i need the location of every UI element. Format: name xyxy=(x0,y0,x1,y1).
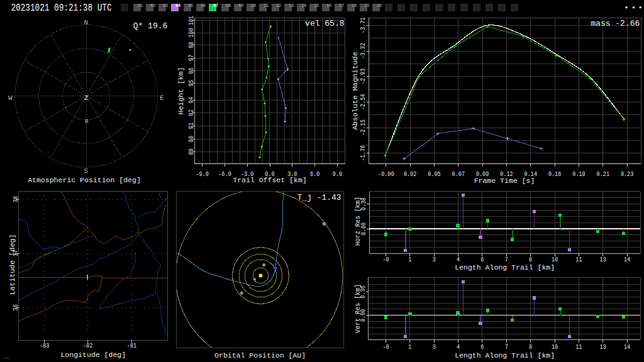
svg-text:Horz Res [km]: Horz Res [km] xyxy=(354,197,362,246)
svg-text:S: S xyxy=(84,167,88,175)
svg-text:Height [km]: Height [km] xyxy=(177,67,185,115)
svg-text:92: 92 xyxy=(187,109,195,116)
svg-text:18: 18 xyxy=(352,3,357,8)
svg-text:Longitude [deg]: Longitude [deg] xyxy=(60,351,126,359)
svg-text:6: 6 xyxy=(480,256,484,263)
svg-text:11: 11 xyxy=(575,256,582,263)
svg-text:mass -2.66: mass -2.66 xyxy=(591,19,640,28)
svg-text:vel 65.8: vel 65.8 xyxy=(305,19,344,28)
svg-text:14: 14 xyxy=(624,343,630,351)
svg-text:96: 96 xyxy=(187,68,195,74)
svg-text:38: 38 xyxy=(12,196,19,202)
svg-text:Latitude [deg]: Latitude [deg] xyxy=(8,234,16,295)
svg-text:Atmospheric Position [deg]: Atmospheric Position [deg] xyxy=(28,176,141,184)
svg-text:08: 08 xyxy=(226,3,231,8)
svg-text:Orbital Position [AU]: Orbital Position [AU] xyxy=(214,351,306,359)
svg-text:-1.76: -1.76 xyxy=(359,145,367,162)
svg-text:-83: -83 xyxy=(40,342,49,349)
svg-text:-2.54: -2.54 xyxy=(359,94,367,111)
svg-text:-3.32: -3.32 xyxy=(359,43,367,59)
svg-text:90: 90 xyxy=(187,136,195,142)
svg-text:T_j -1.43: T_j -1.43 xyxy=(297,193,341,202)
svg-text:95: 95 xyxy=(187,80,195,86)
svg-text:-6.0: -6.0 xyxy=(218,170,231,178)
svg-text:0.07: 0.07 xyxy=(452,170,465,178)
svg-text:10: 10 xyxy=(251,3,257,8)
svg-text:89: 89 xyxy=(187,148,195,155)
svg-text:-0.00: -0.00 xyxy=(378,170,394,178)
svg-text:Absolute Magnitude: Absolute Magnitude xyxy=(351,52,359,129)
svg-text:97: 97 xyxy=(187,55,195,61)
svg-text:07: 07 xyxy=(213,3,218,8)
svg-text:6.0: 6.0 xyxy=(310,170,319,178)
svg-text:04: 04 xyxy=(175,3,181,8)
svg-text:0.02: 0.02 xyxy=(404,170,416,178)
svg-text:Z: Z xyxy=(84,94,88,102)
svg-text:01: 01 xyxy=(138,3,143,8)
svg-text:14: 14 xyxy=(301,3,307,8)
svg-text:05: 05 xyxy=(188,3,194,8)
svg-text:Trail Offset [km]: Trail Offset [km] xyxy=(233,176,307,184)
svg-text:1: 1 xyxy=(408,256,411,263)
svg-text:W: W xyxy=(8,94,13,102)
svg-text:-0: -0 xyxy=(382,343,389,351)
svg-text:-2.93: -2.93 xyxy=(359,69,367,85)
svg-text:06: 06 xyxy=(201,3,206,8)
svg-text:02: 02 xyxy=(150,3,156,8)
svg-text:0.16: 0.16 xyxy=(548,170,561,178)
svg-text:Frame Time [s]: Frame Time [s] xyxy=(474,177,535,185)
svg-text:15: 15 xyxy=(314,3,319,8)
svg-text:0.19: 0.19 xyxy=(572,170,585,178)
svg-text:E: E xyxy=(160,94,164,102)
svg-text:10: 10 xyxy=(552,256,558,263)
svg-text:14: 14 xyxy=(624,256,630,263)
svg-text:0.21: 0.21 xyxy=(597,170,609,178)
svg-text:16: 16 xyxy=(326,3,332,8)
svg-text:17: 17 xyxy=(339,3,344,8)
svg-text:6: 6 xyxy=(480,343,484,351)
svg-text:101: 101 xyxy=(187,16,195,25)
svg-text:4: 4 xyxy=(457,256,460,263)
svg-text:19: 19 xyxy=(364,3,370,8)
svg-text:98: 98 xyxy=(187,42,195,48)
svg-text:100: 100 xyxy=(187,28,195,37)
svg-text:91: 91 xyxy=(187,123,195,129)
svg-text:3: 3 xyxy=(433,343,436,351)
svg-text:12: 12 xyxy=(276,3,282,8)
svg-text:3: 3 xyxy=(433,256,436,263)
svg-text:-81: -81 xyxy=(127,342,136,349)
svg-text:9.0: 9.0 xyxy=(333,170,342,178)
svg-text:10: 10 xyxy=(552,343,558,351)
svg-text:1: 1 xyxy=(408,343,411,351)
svg-text:-2.15: -2.15 xyxy=(359,119,367,136)
svg-text:-9.0: -9.0 xyxy=(196,170,208,178)
svg-text:20231021 09:21:38 UTC: 20231021 09:21:38 UTC xyxy=(11,3,112,14)
svg-text:7: 7 xyxy=(505,256,508,263)
svg-text:8: 8 xyxy=(529,343,532,351)
svg-text:4: 4 xyxy=(457,343,460,351)
svg-text:0.23: 0.23 xyxy=(621,170,633,178)
svg-text:13: 13 xyxy=(289,3,294,8)
svg-text:11: 11 xyxy=(575,343,582,351)
svg-text:njw: njw xyxy=(3,356,9,360)
svg-text:-0: -0 xyxy=(382,256,389,263)
svg-text:R: R xyxy=(85,119,88,125)
svg-text:Length Along Trail [km]: Length Along Trail [km] xyxy=(455,351,555,359)
svg-text:11: 11 xyxy=(264,3,269,8)
svg-text:8: 8 xyxy=(529,256,532,263)
svg-text:36: 36 xyxy=(12,304,19,310)
svg-text:N: N xyxy=(84,19,88,26)
svg-text:7: 7 xyxy=(505,343,508,351)
svg-text:13: 13 xyxy=(600,343,606,351)
svg-text:20: 20 xyxy=(377,3,382,8)
svg-text:13: 13 xyxy=(600,256,606,263)
svg-text:0.05: 0.05 xyxy=(428,170,440,178)
svg-text:94: 94 xyxy=(187,97,195,103)
svg-text:09: 09 xyxy=(238,3,244,8)
svg-text:-3.71: -3.71 xyxy=(359,18,367,34)
svg-text:Vert Res [km]: Vert Res [km] xyxy=(354,284,362,333)
svg-text:Length Along Trail [km]: Length Along Trail [km] xyxy=(455,263,555,272)
svg-text:Q* 19.6: Q* 19.6 xyxy=(133,21,168,31)
svg-text:-82: -82 xyxy=(83,342,92,349)
svg-text:03: 03 xyxy=(163,3,169,8)
